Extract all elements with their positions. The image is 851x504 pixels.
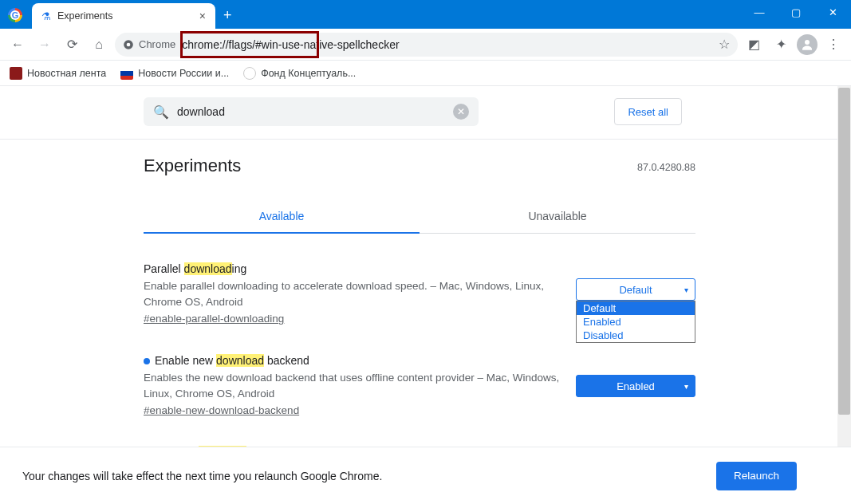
address-bar[interactable]: Chrome chrome://flags/#win-use-native-sp… xyxy=(115,33,738,57)
url-text: chrome://flags/#win-use-native-spellchec… xyxy=(182,38,399,51)
flag-info: Enable new download backend Enables the … xyxy=(144,354,560,417)
flag-title: Parallel downloading xyxy=(144,262,560,275)
tabs: Available Unavailable xyxy=(144,200,695,234)
tab-available[interactable]: Available xyxy=(144,200,420,234)
browser-toolbar: ← → ⟳ ⌂ Chrome chrome://flags/#win-use-n… xyxy=(0,29,851,61)
google-icon xyxy=(8,8,22,22)
flag-select-value: Enabled xyxy=(617,380,655,392)
flag-hash-link[interactable]: #enable-parallel-downloading xyxy=(144,313,284,325)
search-zone: 🔍 ✕ Reset all xyxy=(0,86,837,140)
svg-point-2 xyxy=(805,40,810,45)
relaunch-button[interactable]: Relaunch xyxy=(716,462,797,490)
flags-search-box[interactable]: 🔍 ✕ xyxy=(144,97,479,126)
flag-description: Enable parallel downloading to accelerat… xyxy=(144,278,560,309)
bookmark-favicon xyxy=(10,67,22,80)
scrollbar[interactable] xyxy=(837,86,851,504)
clear-search-icon[interactable]: ✕ xyxy=(453,104,469,120)
search-icon: 🔍 xyxy=(153,104,169,120)
chevron-down-icon: ▾ xyxy=(684,382,688,391)
page-content: 🔍 ✕ Reset all 87.0.4280.88 Experiments A… xyxy=(0,86,851,504)
flag-item: Enable new download backend Enables the … xyxy=(144,354,695,417)
maximize-button[interactable]: ▢ xyxy=(778,0,814,24)
flag-select-value: Default xyxy=(619,284,652,296)
window-titlebar: ⚗ Experiments × + — ▢ ✕ xyxy=(0,0,851,29)
flag-select[interactable]: Default ▾ xyxy=(576,278,695,301)
page-title: Experiments xyxy=(144,156,695,176)
flag-control: Default ▾ Default Enabled Disabled xyxy=(576,262,695,325)
flags-content: 87.0.4280.88 Experiments Available Unava… xyxy=(0,140,851,459)
bookmark-item[interactable]: Новостная лента xyxy=(10,67,106,80)
browser-tab[interactable]: ⚗ Experiments × xyxy=(32,3,215,29)
flag-hash-link[interactable]: #enable-new-download-backend xyxy=(144,404,299,416)
minimize-button[interactable]: — xyxy=(741,0,778,24)
relaunch-bar: Your changes will take effect the next t… xyxy=(0,447,851,504)
new-tab-button[interactable]: + xyxy=(223,7,232,24)
extensions-puzzle-icon[interactable]: ✦ xyxy=(770,33,792,56)
flag-item: Parallel downloading Enable parallel dow… xyxy=(144,262,695,325)
bookmark-item[interactable]: Новости России и... xyxy=(120,67,229,80)
chrome-icon xyxy=(123,39,134,50)
bookmark-star-icon[interactable]: ☆ xyxy=(719,37,730,52)
flag-title: Enable new download backend xyxy=(144,354,560,367)
bookmark-favicon xyxy=(243,67,256,80)
bookmarks-bar: Новостная лента Новости России и... Фонд… xyxy=(0,61,851,86)
flag-select[interactable]: Enabled ▾ xyxy=(576,375,695,397)
profile-avatar[interactable] xyxy=(797,34,818,55)
scrollbar-thumb[interactable] xyxy=(838,88,850,415)
bookmark-item[interactable]: Фонд Концептуаль... xyxy=(243,67,356,80)
bookmark-label: Фонд Концептуаль... xyxy=(261,68,356,79)
bookmark-label: Новостная лента xyxy=(27,68,106,79)
site-chip-label: Chrome xyxy=(139,38,175,50)
close-window-button[interactable]: ✕ xyxy=(814,0,851,24)
svg-point-1 xyxy=(127,42,131,46)
forward-button[interactable]: → xyxy=(33,33,56,56)
back-button[interactable]: ← xyxy=(6,33,29,56)
chrome-version: 87.0.4280.88 xyxy=(637,162,695,173)
dropdown-option[interactable]: Disabled xyxy=(577,329,695,342)
extension-icon-1[interactable]: ◩ xyxy=(743,33,765,56)
relaunch-message: Your changes will take effect the next t… xyxy=(22,470,382,482)
flag-control: Enabled ▾ xyxy=(576,354,695,417)
kebab-menu-icon[interactable]: ⋮ xyxy=(822,33,845,56)
tab-unavailable[interactable]: Unavailable xyxy=(420,200,695,234)
dropdown-option[interactable]: Enabled xyxy=(577,315,695,329)
reset-all-button[interactable]: Reset all xyxy=(614,98,682,125)
home-button[interactable]: ⌂ xyxy=(88,33,110,56)
dropdown-option[interactable]: Default xyxy=(577,301,695,315)
tab-title: Experiments xyxy=(57,10,112,22)
bookmark-label: Новости России и... xyxy=(138,68,229,79)
site-chip: Chrome xyxy=(123,38,175,50)
flask-icon: ⚗ xyxy=(41,10,51,22)
search-input[interactable] xyxy=(177,105,445,118)
flag-info: Parallel downloading Enable parallel dow… xyxy=(144,262,560,325)
flag-select-dropdown: Default Enabled Disabled xyxy=(576,301,695,343)
flag-description: Enables the new download backend that us… xyxy=(144,370,560,401)
reload-button[interactable]: ⟳ xyxy=(61,33,83,56)
modified-dot-icon xyxy=(144,358,150,364)
window-controls: — ▢ ✕ xyxy=(741,0,851,24)
tab-close-icon[interactable]: × xyxy=(199,10,206,22)
bookmark-favicon xyxy=(120,67,133,80)
chevron-down-icon: ▾ xyxy=(684,285,688,294)
